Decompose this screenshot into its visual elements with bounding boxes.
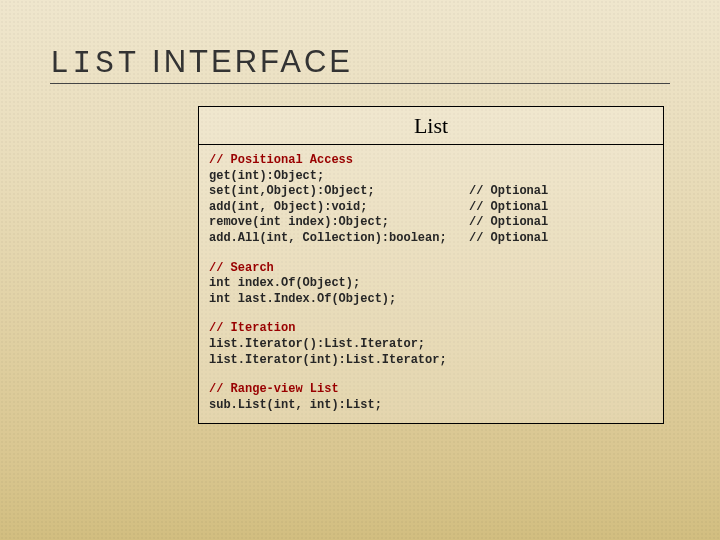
- code-row: add(int, Object):void; // Optional: [209, 200, 653, 216]
- code-line: list.Iterator(int):List.Iterator;: [209, 353, 653, 369]
- title-underline: [50, 83, 670, 84]
- code-row: remove(int index):Object; // Optional: [209, 215, 653, 231]
- spacer: [209, 368, 653, 382]
- title-rest: INTERFACE: [140, 44, 353, 79]
- code-annotation: // Optional: [469, 184, 548, 200]
- spacer: [209, 247, 653, 261]
- interface-box: List // Positional Access get(int):Objec…: [198, 106, 664, 424]
- spacer: [209, 307, 653, 321]
- code-line: int index.Of(Object);: [209, 276, 653, 292]
- code-line: remove(int index):Object;: [209, 215, 469, 231]
- code-annotation: // Optional: [469, 200, 548, 216]
- slide-title: LIST INTERFACE: [50, 44, 670, 81]
- section-heading-positional: // Positional Access: [209, 153, 653, 169]
- slide: LIST INTERFACE List // Positional Access…: [0, 0, 720, 540]
- code-line: add.All(int, Collection):boolean;: [209, 231, 469, 247]
- code-row: add.All(int, Collection):boolean; // Opt…: [209, 231, 653, 247]
- code-line: list.Iterator():List.Iterator;: [209, 337, 653, 353]
- code-line: get(int):Object;: [209, 169, 469, 185]
- code-row: get(int):Object;: [209, 169, 653, 185]
- code-annotation: // Optional: [469, 215, 548, 231]
- box-body: // Positional Access get(int):Object; se…: [199, 145, 663, 423]
- title-code-part: LIST: [50, 46, 140, 81]
- code-line: set(int,Object):Object;: [209, 184, 469, 200]
- code-annotation: // Optional: [469, 231, 548, 247]
- code-line: int last.Index.Of(Object);: [209, 292, 653, 308]
- code-row: set(int,Object):Object; // Optional: [209, 184, 653, 200]
- code-line: add(int, Object):void;: [209, 200, 469, 216]
- code-line: sub.List(int, int):List;: [209, 398, 653, 414]
- section-heading-range: // Range-view List: [209, 382, 653, 398]
- section-heading-iteration: // Iteration: [209, 321, 653, 337]
- box-header: List: [199, 107, 663, 145]
- section-heading-search: // Search: [209, 261, 653, 277]
